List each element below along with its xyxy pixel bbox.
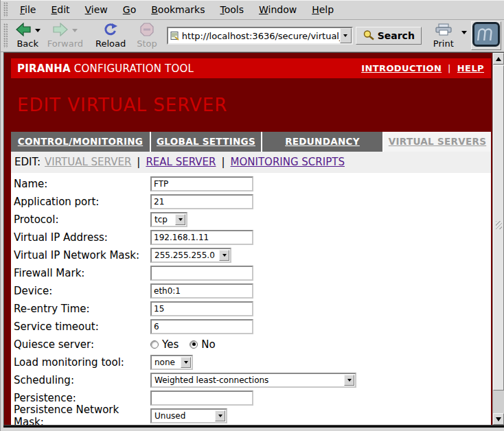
- name-input[interactable]: [150, 176, 253, 191]
- scroll-down-button[interactable]: [493, 413, 504, 425]
- firewall-mark-input[interactable]: [150, 266, 253, 281]
- menu-bookmarks[interactable]: Bookmarks: [144, 1, 212, 18]
- scheduling-value: Weighted least-connections: [152, 375, 344, 385]
- forward-history-dropdown-icon: [72, 29, 78, 32]
- triangle-down-icon: [496, 417, 501, 421]
- piranha-header-bar: PIRANHA CONFIGURATION TOOL INTRODUCTION …: [11, 58, 491, 78]
- toolbar-grippy[interactable]: [3, 2, 8, 17]
- print-dropdown-icon[interactable]: [461, 31, 467, 34]
- application-port-input[interactable]: [150, 194, 253, 209]
- search-button-label: Search: [378, 30, 415, 41]
- stop-icon: [140, 23, 154, 39]
- virtual-ip-network-mask-label: Virtual IP Network Mask:: [14, 249, 150, 261]
- piranha-brand: PIRANHA CONFIGURATION TOOL: [17, 62, 194, 75]
- form-row: Protocol: tcp: [14, 211, 491, 229]
- re-entry-time-label: Re-entry Time:: [14, 303, 150, 315]
- service-timeout-input[interactable]: [150, 319, 253, 334]
- form-row: Service timeout:: [14, 318, 491, 336]
- quiesce-no-radio[interactable]: [190, 340, 198, 349]
- protocol-label: Protocol:: [14, 213, 150, 226]
- back-button-label: Back: [16, 38, 38, 49]
- header-links: INTRODUCTION | HELP: [361, 63, 484, 73]
- page-proxy-icon[interactable]: [170, 31, 179, 40]
- scrollbar-thumb[interactable]: [493, 65, 504, 391]
- reload-icon: [103, 23, 118, 39]
- form-row: Virtual IP Address:: [14, 229, 491, 246]
- tab-redundancy[interactable]: REDUNDANCY: [262, 132, 382, 152]
- url-input[interactable]: [182, 30, 340, 42]
- menu-file[interactable]: File: [12, 1, 43, 18]
- device-input[interactable]: [150, 283, 253, 299]
- reload-button[interactable]: Reload: [93, 23, 128, 49]
- tab-global-settings[interactable]: GLOBAL SETTINGS: [151, 132, 261, 152]
- service-timeout-label: Service timeout:: [14, 321, 150, 333]
- chevron-down-icon: [215, 410, 225, 421]
- load-monitoring-tool-select[interactable]: none: [150, 355, 193, 370]
- forward-button[interactable]: Forward: [45, 23, 86, 49]
- protocol-select[interactable]: tcp: [150, 212, 187, 227]
- chevron-down-icon: [344, 375, 354, 386]
- chevron-down-icon: [343, 34, 347, 37]
- tab-bar: CONTROL/MONITORING GLOBAL SETTINGS REDUN…: [11, 132, 491, 152]
- header-link-separator: |: [448, 63, 451, 73]
- form-row: Name:: [14, 175, 491, 193]
- re-entry-time-input[interactable]: [150, 301, 253, 316]
- print-icon: [435, 23, 453, 38]
- tab-control-monitoring[interactable]: CONTROL/MONITORING: [11, 132, 150, 152]
- form-row: Persistence Network Mask: Unused: [14, 407, 491, 425]
- help-link[interactable]: HELP: [457, 63, 484, 73]
- form-row: Device:: [14, 282, 491, 300]
- menu-edit[interactable]: Edit: [43, 1, 77, 18]
- subnav-monitoring-scripts-link[interactable]: MONITORING SCRIPTS: [231, 156, 345, 168]
- window-bottom-edge: [1, 428, 504, 430]
- protocol-select-value: tcp: [152, 215, 175, 224]
- application-port-label: Application port:: [14, 196, 150, 208]
- quiesce-server-radios: Yes No: [150, 338, 227, 351]
- form-row: Virtual IP Network Mask: 255.255.255.0: [14, 246, 491, 264]
- back-icon: [15, 23, 32, 39]
- menu-bar: File Edit View Go Bookmarks Tools Window…: [1, 0, 504, 20]
- back-button[interactable]: Back: [12, 23, 43, 49]
- url-history-dropdown[interactable]: [340, 28, 352, 43]
- piranha-page: PIRANHA CONFIGURATION TOOL INTRODUCTION …: [4, 53, 492, 425]
- menu-view[interactable]: View: [78, 1, 115, 18]
- scheduling-select[interactable]: Weighted least-connections: [150, 373, 356, 388]
- menu-help[interactable]: Help: [304, 1, 341, 18]
- menu-window[interactable]: Window: [251, 1, 304, 18]
- vertical-scrollbar[interactable]: [492, 53, 504, 425]
- persistence-network-mask-label: Persistence Network Mask:: [14, 404, 150, 425]
- chevron-down-icon: [175, 214, 185, 225]
- subnav-separator: |: [221, 156, 225, 168]
- page-title-area: EDIT VIRTUAL SERVER: [11, 78, 491, 132]
- persistence-label: Persistence:: [14, 392, 150, 404]
- virtual-ip-network-mask-select[interactable]: 255.255.255.0: [150, 248, 231, 263]
- menu-tools[interactable]: Tools: [212, 1, 251, 18]
- subnav-separator: |: [137, 156, 140, 168]
- form-row: Load monitoring tool: none: [14, 353, 491, 371]
- print-button[interactable]: Print: [431, 23, 456, 49]
- name-label: Name:: [14, 178, 150, 190]
- virtual-ip-address-input[interactable]: [150, 230, 253, 245]
- page-title: EDIT VIRTUAL SERVER: [11, 95, 227, 115]
- back-history-dropdown-icon[interactable]: [35, 29, 41, 32]
- toolbar-grippy[interactable]: [3, 23, 8, 47]
- menu-go[interactable]: Go: [115, 1, 144, 18]
- form-row: Firewall Mark:: [14, 264, 491, 282]
- persistence-network-mask-select[interactable]: Unused: [150, 408, 227, 423]
- mozilla-logo-button[interactable]: [471, 21, 501, 50]
- subnav-virtual-server-link[interactable]: VIRTUAL SERVER: [45, 156, 131, 168]
- search-button[interactable]: Search: [356, 27, 422, 45]
- subnav-real-server-link[interactable]: REAL SERVER: [146, 156, 216, 168]
- introduction-link[interactable]: INTRODUCTION: [361, 63, 442, 73]
- quiesce-server-label: Quiesce server:: [14, 338, 150, 351]
- browser-window: File Edit View Go Bookmarks Tools Window…: [0, 0, 504, 431]
- reload-button-label: Reload: [95, 38, 126, 49]
- persistence-input[interactable]: [150, 391, 253, 406]
- forward-button-label: Forward: [47, 38, 83, 49]
- brand-bold: PIRANHA: [17, 62, 71, 75]
- tab-virtual-servers[interactable]: VIRTUAL SERVERS: [384, 132, 491, 152]
- search-icon: [363, 30, 375, 43]
- scroll-up-button[interactable]: [493, 53, 504, 65]
- stop-button[interactable]: Stop: [134, 23, 160, 49]
- quiesce-yes-radio[interactable]: [150, 340, 159, 349]
